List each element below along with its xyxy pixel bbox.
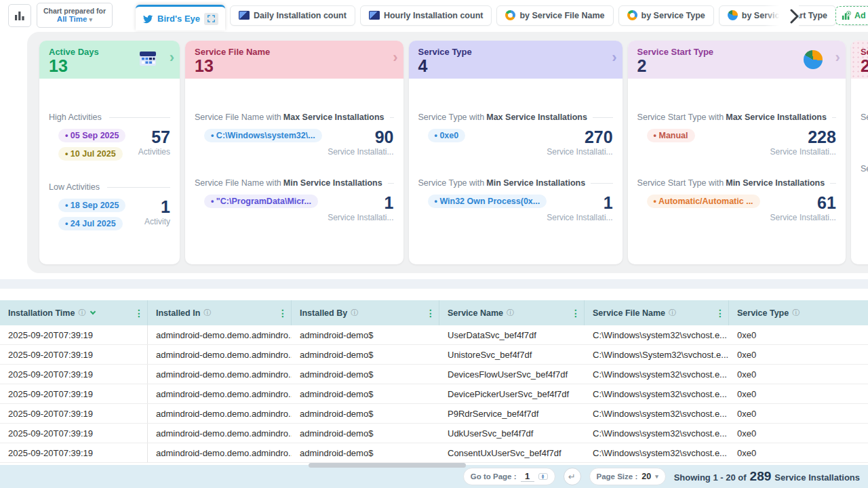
- add-chart-button[interactable]: Ad: [835, 6, 868, 25]
- list-item[interactable]: Manual: [647, 129, 695, 142]
- section-value: 1: [328, 195, 393, 211]
- section-value: 57: [138, 129, 170, 146]
- card-service-start-type[interactable]: Service Start Type 2 › Service Start Typ…: [628, 41, 846, 264]
- card-body: Service Type withMax Service Installatio…: [409, 113, 623, 222]
- step-down-icon[interactable]: ▼: [539, 476, 547, 479]
- page-number-input[interactable]: 1: [521, 471, 534, 482]
- card-title: Service Type: [418, 47, 614, 57]
- results-summary: Showing 1 - 20 of 289 Service Installati…: [674, 469, 860, 484]
- chart-tabs: Bird's Eye Daily Installation count Hour…: [136, 0, 868, 30]
- section-label: Service Type with: [418, 113, 485, 122]
- chevron-right-icon: [789, 9, 799, 24]
- go-to-page-submit-button[interactable]: ↵: [564, 468, 581, 485]
- add-chart-label: Ad: [854, 11, 866, 20]
- chevron-right-icon[interactable]: ›: [835, 49, 840, 66]
- donut-chart-icon: [627, 10, 637, 20]
- section-label: Service Start Type with: [637, 113, 724, 122]
- column-header-service-name[interactable]: Service Name ⓘ ⋮: [439, 300, 585, 325]
- column-header-installation-time[interactable]: Installation Time ⓘ ⋮: [0, 300, 148, 325]
- list-item[interactable]: 18 Sep 2025: [58, 199, 125, 212]
- tabs-scroll-next-button[interactable]: [764, 4, 799, 28]
- chevron-right-icon[interactable]: ›: [170, 49, 174, 66]
- list-item[interactable]: C:\Windows\system32\...: [204, 129, 322, 142]
- bar-chart-icon: [14, 10, 25, 21]
- list-item[interactable]: 0xe0: [428, 129, 466, 142]
- tab-by-service-file-name[interactable]: by Service File Name: [496, 5, 613, 26]
- tab-birds-eye[interactable]: Bird's Eye: [136, 5, 225, 30]
- chart-menu-button[interactable]: [8, 4, 31, 27]
- page-number-stepper[interactable]: ▲ ▼: [538, 473, 548, 480]
- table-body: 2025-09-20T07:39:19admindroid-demo.demo.…: [0, 325, 868, 463]
- card-active-days[interactable]: Active Days 13 › High Activities 05 Sep …: [39, 41, 180, 264]
- section-label: Low Activities: [49, 182, 100, 192]
- list-item[interactable]: Automatic/Automatic ...: [647, 195, 760, 208]
- section-value-label: Service Installati...: [770, 213, 836, 222]
- section-label: Service Start Type with: [637, 178, 724, 188]
- column-header-installed-by[interactable]: Installed By ⓘ ⋮: [292, 300, 439, 325]
- horizontal-scrollbar-thumb[interactable]: [309, 463, 466, 468]
- column-header-service-type[interactable]: Service Type ⓘ: [729, 300, 868, 325]
- section-value-label: Service Installati...: [770, 147, 836, 157]
- chevron-right-icon[interactable]: ›: [612, 49, 616, 66]
- card-header: Service Start Type 2 ›: [628, 41, 846, 79]
- table-row[interactable]: 2025-09-20T07:39:19admindroid-demo.demo.…: [0, 384, 868, 404]
- sort-desc-icon[interactable]: [90, 309, 96, 314]
- pie-chart-icon: [728, 10, 738, 20]
- section-value-label: Activities: [138, 147, 170, 157]
- bird-icon: [142, 14, 153, 24]
- tab-label: by Service File Name: [519, 11, 604, 20]
- tab-daily-installation-count[interactable]: Daily Installation count: [230, 5, 355, 26]
- card-body: Service File Name withMax Service Instal…: [185, 113, 403, 222]
- card-service-type[interactable]: Service Type 4 › Service Type withMax Se…: [409, 41, 623, 264]
- charts-section: Active Days 13 › High Activities 05 Sep …: [0, 30, 868, 279]
- column-header-installed-in[interactable]: Installed In ⓘ ⋮: [148, 300, 292, 325]
- chevron-right-icon[interactable]: ›: [393, 49, 397, 66]
- period-label: Chart prepared for: [43, 7, 106, 15]
- table-header-row: Installation Time ⓘ ⋮ Installed In ⓘ ⋮ I…: [0, 300, 868, 325]
- column-menu-icon[interactable]: ⋮: [134, 308, 144, 319]
- card-service-name[interactable]: Service Name 287 Service Name withMax Se…: [851, 41, 868, 264]
- go-to-page-control: Go to Page : 1 ▲ ▼: [463, 468, 555, 485]
- table-row[interactable]: 2025-09-20T07:39:19admindroid-demo.demo.…: [0, 365, 868, 384]
- period-value: All Time: [57, 15, 87, 23]
- pie-chart-icon: [804, 50, 823, 69]
- card-value: 287: [861, 57, 868, 75]
- card-header: Service Name 287: [851, 41, 868, 79]
- column-menu-icon[interactable]: ⋮: [278, 308, 288, 319]
- table-row[interactable]: 2025-09-20T07:39:19admindroid-demo.demo.…: [0, 325, 868, 345]
- card-body: Service Start Type withMax Service Insta…: [628, 113, 846, 222]
- card-service-file-name[interactable]: Service File Name 13 › Service File Name…: [185, 41, 403, 264]
- table-row[interactable]: 2025-09-20T07:39:19admindroid-demo.demo.…: [0, 424, 868, 443]
- tab-label: Daily Installation count: [254, 11, 347, 20]
- tab-hourly-installation-count[interactable]: Hourly Installation count: [360, 5, 492, 26]
- section-label: Service File Name with: [195, 113, 281, 122]
- card-title: Service Name: [861, 47, 868, 57]
- list-item[interactable]: 24 Jul 2025: [58, 217, 123, 230]
- column-menu-icon[interactable]: ⋮: [426, 308, 435, 319]
- list-item[interactable]: 05 Sep 2025: [58, 129, 125, 142]
- page-size-dropdown[interactable]: Page Size : 20 ▾: [589, 468, 666, 485]
- list-item[interactable]: Win32 Own Process(0x...: [428, 195, 547, 208]
- column-menu-icon[interactable]: ⋮: [571, 308, 580, 319]
- chart-period-dropdown[interactable]: Chart prepared for All Time ▾: [37, 3, 113, 28]
- card-body: Service Name withMax Service Installatio…: [851, 113, 868, 226]
- list-item[interactable]: 10 Jul 2025: [58, 147, 123, 161]
- section-value: 1: [547, 195, 612, 211]
- table-row[interactable]: 2025-09-20T07:39:19admindroid-demo.demo.…: [0, 443, 868, 463]
- table-row[interactable]: 2025-09-20T07:39:19admindroid-demo.demo.…: [0, 345, 868, 365]
- tab-label: Bird's Eye: [157, 14, 200, 24]
- column-menu-icon[interactable]: ⋮: [715, 308, 725, 319]
- section-value: 270: [547, 129, 612, 146]
- info-icon: ⓘ: [792, 308, 800, 318]
- go-to-page-label: Go to Page :: [471, 472, 517, 481]
- expand-chart-icon[interactable]: [204, 13, 218, 25]
- section-value-label: Activity: [144, 217, 170, 226]
- table-row[interactable]: 2025-09-20T07:39:19admindroid-demo.demo.…: [0, 404, 868, 424]
- column-header-service-file-name[interactable]: Service File Name ⓘ ⋮: [585, 300, 729, 325]
- page-size-label: Page Size :: [597, 472, 638, 481]
- list-item[interactable]: "C:\ProgramData\Micr...: [204, 195, 318, 208]
- section-value: 61: [770, 195, 836, 211]
- tab-label: by Service Type: [642, 11, 705, 20]
- tab-by-service-type[interactable]: by Service Type: [618, 5, 714, 26]
- page-size-value: 20: [642, 472, 651, 481]
